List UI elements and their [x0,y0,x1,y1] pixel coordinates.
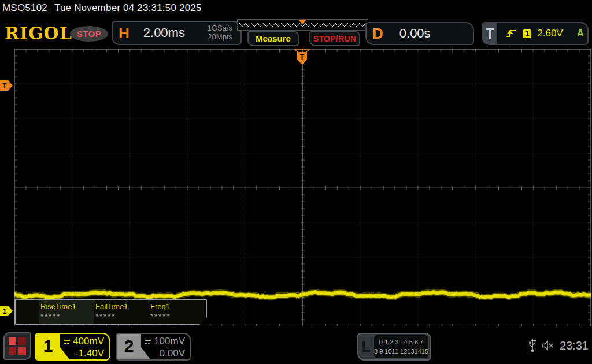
channel1-scale: 400mV [73,336,104,347]
channel1-block[interactable]: 1 400mV -1.40V [35,333,110,361]
timebase-value: 2.00ms [135,25,185,40]
titlebar: MSO5102Tue November 04 23:31:50 2025 [2,2,202,14]
measurement-label: FallTime1 [95,302,149,311]
channel2-block[interactable]: 2 100mV 0.00V [116,333,191,361]
model-name: MSO5102 [2,2,47,13]
svg-text:1: 1 [3,307,7,315]
rising-edge-icon [505,28,517,39]
measurement-label: RiseTime1 [40,302,94,311]
channel1-offset: -1.40V [64,348,104,359]
horizontal-label: H [113,24,135,42]
measurement-falltime: FallTime1 ***** [94,300,149,324]
preview-trigger-position-icon[interactable] [298,20,306,24]
graticule [14,49,591,326]
measurement-value: ***** [150,312,204,321]
dc-coupling-icon [145,339,151,344]
measurement-value: ***** [95,312,149,321]
trigger-label: T [483,23,497,44]
trigger-level-marker[interactable]: T [0,80,13,91]
channel1-waveform [14,49,591,326]
trigger-mode: A [577,28,584,39]
measurement-value: ***** [40,312,94,321]
svg-text:T: T [300,53,305,61]
horizontal-panel[interactable]: H 2.00ms 1GSa/s 20Mpts [112,21,242,45]
rigol-logo: RIGOL [5,23,72,43]
delay-value: 0.00s [389,26,431,41]
measurement-results-panel: RiseTime1 ***** FallTime1 ***** Freq1 **… [14,299,207,325]
delay-panel[interactable]: D 0.00s [365,22,474,45]
channel1-ground-marker[interactable]: 1 [0,306,13,316]
digital-row1: 0 1 2 3 4 5 6 7 [379,337,423,347]
channel2-number: 2 [117,336,141,356]
trigger-source-badge: 1 [523,29,531,38]
trigger-position-marker[interactable]: T [294,49,310,65]
datetime: Tue November 04 23:31:50 2025 [54,2,202,13]
measurement-risetime: RiseTime1 ***** [39,300,94,324]
menu-grid-icon [9,337,26,355]
oscilloscope-screen: MSO5102Tue November 04 23:31:50 2025 RIG… [0,0,592,364]
stop-run-button[interactable]: STOP/RUN [309,31,360,46]
memory-depth: 20Mpts [208,32,232,41]
measurement-freq: Freq1 ***** [149,300,204,324]
channel2-offset: 0.00V [145,348,185,359]
menu-button[interactable] [3,332,31,360]
measurement-label: Freq1 [150,302,204,311]
digital-channels: 0 1 2 3 4 5 6 7 8 9 1011 12131415 [374,335,428,358]
svg-text:T: T [2,82,7,90]
trigger-level-value: 2.60V [537,28,563,39]
sample-rate: 1GSa/s [208,24,232,32]
usb-icon [528,338,536,353]
digital-row2: 8 9 1011 12131415 [374,347,428,356]
clock: 23:31 [560,339,589,352]
logic-analyzer-label: L [358,338,374,356]
dc-coupling-icon [64,339,70,344]
measure-button[interactable]: Measure [247,31,299,46]
logic-analyzer-block[interactable]: L 0 1 2 3 4 5 6 7 8 9 1011 12131415 [357,333,431,361]
trigger-panel[interactable]: T 1 2.60V A [482,22,589,45]
delay-label: D [367,25,389,43]
channel1-number: 1 [36,336,60,356]
beeper-muted-icon [541,340,555,351]
run-state-badge: STOP [70,26,108,42]
channel2-scale: 100mV [154,336,185,347]
acquisition-info: 1GSa/s 20Mpts [208,24,240,42]
